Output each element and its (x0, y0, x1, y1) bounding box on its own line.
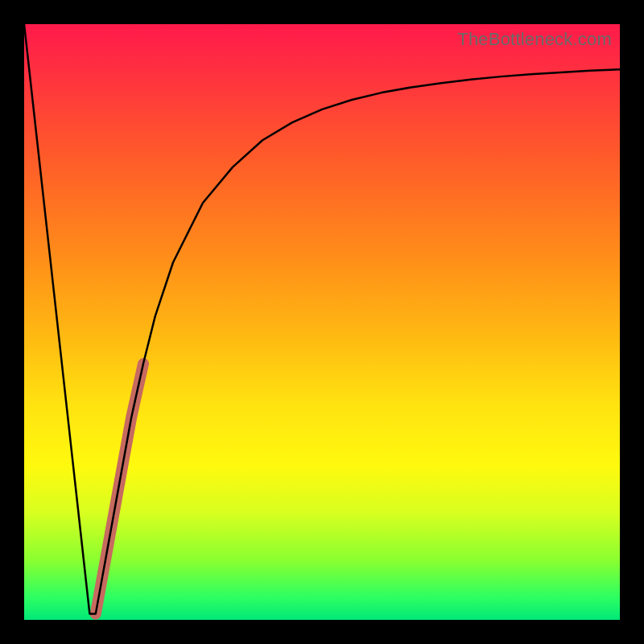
chart-svg (24, 24, 620, 620)
plot-area: TheBottleneck.com (24, 24, 620, 620)
chart-container: TheBottleneck.com (0, 0, 644, 644)
